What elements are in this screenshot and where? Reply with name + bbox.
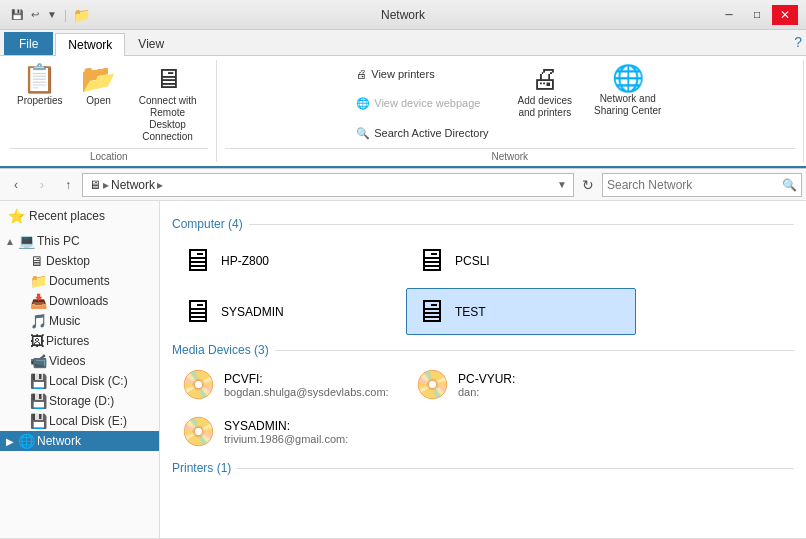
sidebar-item-local-e[interactable]: 💾 Local Disk (E:) [0,411,159,431]
list-item[interactable]: 📀 SYSADMIN: trivium.1986@gmail.com: [172,410,402,453]
quick-undo-btn[interactable]: ↩ [28,7,42,22]
media-items-grid: 📀 PCVFI: bogdan.shulga@sysdevlabs.com: 📀… [172,363,794,453]
view-device-icon: 🌐 [356,97,370,110]
storage-d-label: Storage (D:) [49,394,114,408]
pc-vyur-subtitle: dan: [458,386,515,398]
pcvfi-info: PCVFI: bogdan.shulga@sysdevlabs.com: [224,372,389,398]
address-bar: ‹ › ↑ 🖥 ▸ Network ▸ ▼ ↻ 🔍 [0,169,806,201]
network-expand: ▶ [4,436,16,447]
close-button[interactable]: ✕ [772,5,798,25]
ribbon-group-items-location: 📋 Properties 📂 Open 🖥 Connect with Remot… [10,60,208,148]
address-path[interactable]: 🖥 ▸ Network ▸ ▼ [82,173,574,197]
window-title: Network [381,8,425,22]
recent-places-label: Recent places [29,209,105,223]
sidebar-item-pictures[interactable]: 🖼 Pictures [0,331,159,351]
list-item[interactable]: 📀 PC-VYUR: dan: [406,363,636,406]
search-icon: 🔍 [778,178,801,192]
add-devices-button[interactable]: 🖨 Add devicesand printers [511,60,579,124]
open-label: Open [86,95,110,107]
list-item[interactable]: 🖥 HP-Z800 [172,237,402,284]
search-ad-icon: 🔍 [356,127,370,140]
properties-button[interactable]: 📋 Properties [10,60,70,112]
ribbon-group-location: 📋 Properties 📂 Open 🖥 Connect with Remot… [2,60,217,162]
ribbon: File Network View ? 📋 Properties 📂 Open … [0,30,806,169]
sidebar-item-music[interactable]: 🎵 Music [0,311,159,331]
sidebar-item-downloads[interactable]: 📥 Downloads [0,291,159,311]
sidebar-item-local-c[interactable]: 💾 Local Disk (C:) [0,371,159,391]
printers-section-label: Printers (1) [172,461,231,475]
help-button[interactable]: ? [790,30,806,54]
up-button[interactable]: ↑ [56,173,80,197]
pictures-label: Pictures [46,334,89,348]
properties-label: Properties [17,95,63,107]
path-sep-1: ▸ [103,178,109,192]
sysadmin-media-name: SYSADMIN: [224,419,348,433]
open-button[interactable]: 📂 Open [74,60,124,112]
search-ad-button[interactable]: 🔍 Search Active Directory [351,124,493,143]
local-e-icon: 💾 [30,413,47,429]
pcvfi-name: PCVFI: [224,372,389,386]
recent-places-icon: ⭐ [8,208,25,224]
pc-vyur-name: PC-VYUR: [458,372,515,386]
sidebar-item-videos[interactable]: 📹 Videos [0,351,159,371]
downloads-label: Downloads [49,294,108,308]
section-media: Media Devices (3) [172,343,794,357]
list-item[interactable]: 🖥 SYSADMIN [172,288,402,335]
search-ad-label: Search Active Directory [374,127,488,139]
view-device-button[interactable]: 🌐 View device webpage [351,94,493,113]
maximize-button[interactable]: □ [744,5,770,25]
connect-remote-button[interactable]: 🖥 Connect with RemoteDesktop Connection [128,60,208,148]
ribbon-content: 📋 Properties 📂 Open 🖥 Connect with Remot… [0,56,806,168]
forward-button[interactable]: › [30,173,54,197]
title-bar-left: 💾 ↩ ▼ | 📁 [8,7,90,23]
sidebar-item-desktop[interactable]: 🖥 Desktop [0,251,159,271]
videos-icon: 📹 [30,353,47,369]
pc-vyur-icon: 📀 [415,368,450,401]
location-group-label: Location [10,148,208,162]
sidebar-item-recent-places[interactable]: ⭐ Recent places [0,205,159,227]
list-item[interactable]: 🖥 TEST [406,288,636,335]
section-computer: Computer (4) [172,217,794,231]
documents-icon: 📁 [30,273,47,289]
connect-remote-label: Connect with RemoteDesktop Connection [135,95,201,143]
desktop-icon: 🖥 [30,253,44,269]
tab-view[interactable]: View [125,32,177,55]
network-sharing-label: Network andSharing Center [594,93,661,117]
ribbon-group-items-network: 🖨 View printers 🌐 View device webpage 🔍 … [351,60,668,148]
content-area: Computer (4) 🖥 HP-Z800 🖥 PCSLI 🖥 SYSADMI… [160,201,806,538]
sidebar: ⭐ Recent places ▲ 💻 This PC 🖥 Desktop 📁 … [0,201,160,538]
pc-vyur-info: PC-VYUR: dan: [458,372,515,398]
tab-network[interactable]: Network [55,33,125,56]
view-printers-label: View printers [371,68,434,80]
view-printers-button[interactable]: 🖨 View printers [351,65,493,83]
music-icon: 🎵 [30,313,47,329]
refresh-button[interactable]: ↻ [576,173,600,197]
videos-label: Videos [49,354,85,368]
music-label: Music [49,314,80,328]
add-devices-label: Add devicesand printers [518,95,572,119]
quick-dropdown-btn[interactable]: ▼ [44,7,60,22]
this-pc-expand-icon: ▲ [4,236,16,247]
back-button[interactable]: ‹ [4,173,28,197]
hp-z800-icon: 🖥 [181,242,213,279]
sysadmin-icon: 🖥 [181,293,213,330]
sidebar-item-documents[interactable]: 📁 Documents [0,271,159,291]
search-input[interactable] [603,178,778,192]
tab-file[interactable]: File [4,32,53,55]
sidebar-item-network[interactable]: ▶ 🌐 Network [0,431,159,451]
minimize-button[interactable]: ─ [716,5,742,25]
quick-access: 💾 ↩ ▼ | [8,7,69,22]
open-icon: 📂 [81,65,116,93]
search-box[interactable]: 🔍 [602,173,802,197]
ribbon-group-network: 🖨 View printers 🌐 View device webpage 🔍 … [217,60,804,162]
network-sharing-button[interactable]: 🌐 Network andSharing Center [587,60,668,122]
sidebar-item-storage-d[interactable]: 💾 Storage (D:) [0,391,159,411]
path-computer-icon: 🖥 [89,178,101,192]
list-item[interactable]: 🖥 PCSLI [406,237,636,284]
main-layout: ⭐ Recent places ▲ 💻 This PC 🖥 Desktop 📁 … [0,201,806,538]
downloads-icon: 📥 [30,293,47,309]
local-e-label: Local Disk (E:) [49,414,127,428]
sidebar-item-this-pc[interactable]: ▲ 💻 This PC [0,231,159,251]
list-item[interactable]: 📀 PCVFI: bogdan.shulga@sysdevlabs.com: [172,363,402,406]
quick-save-btn[interactable]: 💾 [8,7,26,22]
